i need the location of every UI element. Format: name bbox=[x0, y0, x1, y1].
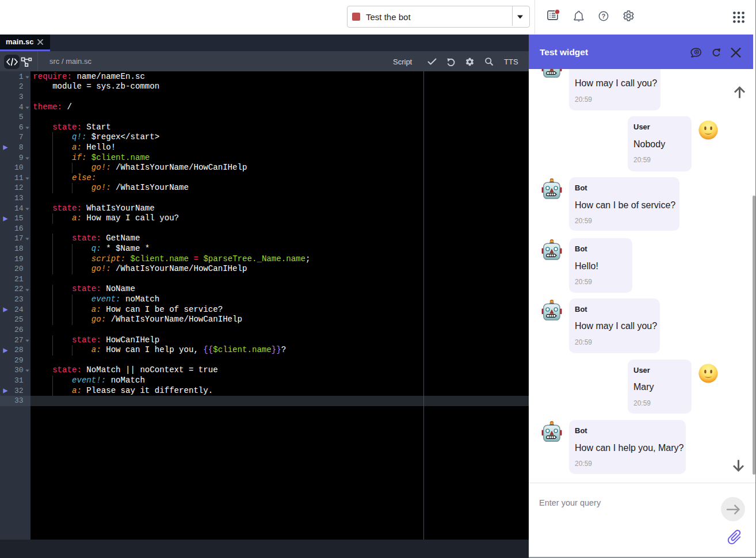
svg-text:?: ? bbox=[602, 13, 606, 20]
